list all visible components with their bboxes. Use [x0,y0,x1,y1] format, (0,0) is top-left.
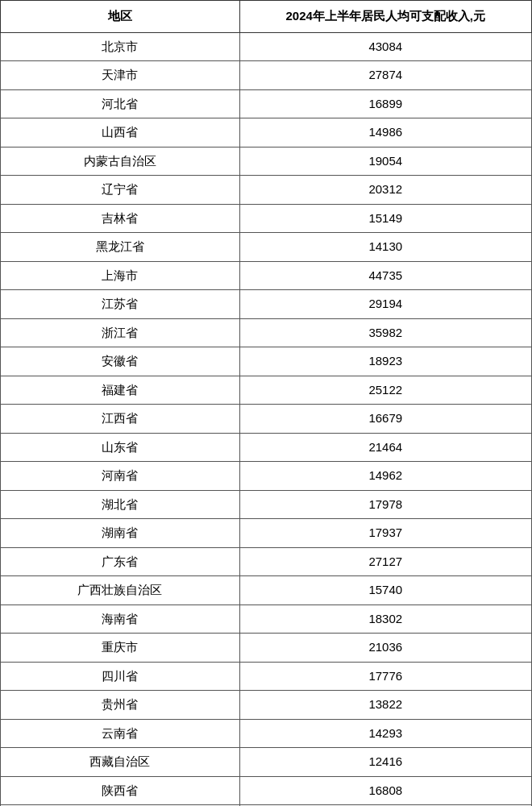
table-row: 江苏省29194 [1,290,532,319]
cell-value: 17937 [239,519,531,548]
cell-region: 海南省 [1,604,240,634]
cell-region: 福建省 [1,376,240,405]
data-table: 地区 2024年上半年居民人均可支配收入,元 北京市43084天津市27874河… [0,0,532,806]
cell-value: 16899 [239,89,531,118]
cell-value: 17776 [239,662,531,691]
table-row: 天津市27874 [1,61,532,90]
cell-region: 西藏自治区 [1,748,240,777]
table-row: 云南省14293 [1,719,532,748]
cell-region: 陕西省 [1,776,240,805]
cell-value: 25122 [239,376,531,405]
table-row: 安徽省18923 [1,347,532,376]
table-row: 浙江省35982 [1,318,532,347]
cell-value: 14130 [239,233,531,262]
header-region: 地区 [1,1,240,33]
cell-region: 贵州省 [1,691,240,720]
cell-region: 上海市 [1,261,240,290]
table-row: 吉林省15149 [1,204,532,233]
cell-region: 广西壮族自治区 [1,576,240,605]
table-row: 贵州省13822 [1,691,532,720]
cell-region: 河北省 [1,89,240,118]
cell-value: 12416 [239,748,531,777]
table-row: 湖南省17937 [1,519,532,548]
table-row: 北京市43084 [1,32,532,61]
cell-value: 43084 [239,32,531,61]
cell-region: 浙江省 [1,318,240,347]
cell-region: 安徽省 [1,347,240,376]
cell-value: 20312 [239,176,531,205]
cell-region: 山西省 [1,118,240,147]
cell-value: 15149 [239,204,531,233]
cell-value: 21464 [239,433,531,462]
cell-value: 18923 [239,347,531,376]
cell-value: 21036 [239,634,531,663]
table-row: 广东省27127 [1,547,532,576]
cell-region: 湖北省 [1,490,240,519]
table-row: 黑龙江省14130 [1,233,532,262]
table-row: 福建省25122 [1,376,532,405]
cell-region: 内蒙古自治区 [1,147,240,176]
cell-region: 山东省 [1,433,240,462]
cell-region: 辽宁省 [1,176,240,205]
table-row: 河南省14962 [1,462,532,491]
table-row: 山东省21464 [1,433,532,462]
cell-value: 29194 [239,290,531,319]
table-row: 海南省18302 [1,604,532,634]
table-row: 陕西省16808 [1,776,532,805]
cell-value: 13822 [239,691,531,720]
table-row: 辽宁省20312 [1,176,532,205]
cell-value: 16808 [239,776,531,805]
table-row: 河北省16899 [1,89,532,118]
cell-value: 14293 [239,719,531,748]
cell-region: 吉林省 [1,204,240,233]
cell-region: 云南省 [1,719,240,748]
cell-region: 广东省 [1,547,240,576]
cell-value: 27874 [239,61,531,90]
cell-value: 15740 [239,576,531,605]
cell-region: 北京市 [1,32,240,61]
cell-region: 重庆市 [1,634,240,663]
cell-value: 16679 [239,405,531,434]
cell-value: 14986 [239,118,531,147]
cell-value: 35982 [239,318,531,347]
table-row: 上海市44735 [1,261,532,290]
header-value: 2024年上半年居民人均可支配收入,元 [239,1,531,33]
table-row: 湖北省17978 [1,490,532,519]
cell-region: 湖南省 [1,519,240,548]
cell-value: 17978 [239,490,531,519]
table-row: 江西省16679 [1,405,532,434]
cell-region: 黑龙江省 [1,233,240,262]
cell-value: 14962 [239,462,531,491]
cell-value: 18302 [239,604,531,634]
table-row: 山西省14986 [1,118,532,147]
cell-value: 44735 [239,261,531,290]
table-row: 重庆市21036 [1,634,532,663]
table-row: 西藏自治区12416 [1,748,532,777]
cell-region: 江西省 [1,405,240,434]
cell-region: 江苏省 [1,290,240,319]
table-row: 广西壮族自治区15740 [1,576,532,605]
main-container: 地区 2024年上半年居民人均可支配收入,元 北京市43084天津市27874河… [0,0,532,806]
table-header-row: 地区 2024年上半年居民人均可支配收入,元 [1,1,532,33]
cell-region: 天津市 [1,61,240,90]
table-row: 四川省17776 [1,662,532,691]
cell-value: 27127 [239,547,531,576]
cell-region: 四川省 [1,662,240,691]
table-row: 内蒙古自治区19054 [1,147,532,176]
cell-value: 19054 [239,147,531,176]
cell-region: 河南省 [1,462,240,491]
